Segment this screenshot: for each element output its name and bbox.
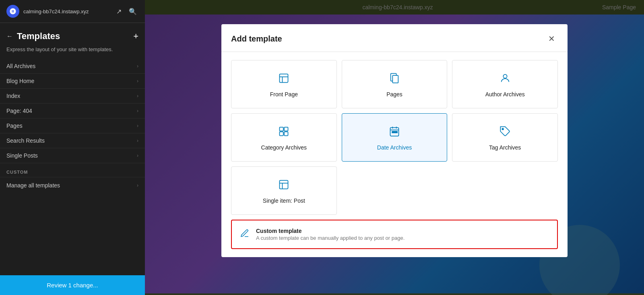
custom-template-title: Custom template: [256, 228, 405, 234]
nav-label-search-results: Search Results: [6, 137, 45, 144]
modal-overlay: Add template ✕ Front Page: [145, 0, 644, 295]
sidebar-item-index[interactable]: Index ›: [0, 89, 145, 104]
single-post-label: Single item: Post: [263, 197, 305, 204]
svg-rect-0: [280, 74, 288, 83]
chevron-right-icon: ›: [137, 153, 138, 158]
svg-point-17: [502, 128, 504, 130]
category-archives-label: Category Archives: [261, 144, 307, 151]
add-template-button[interactable]: +: [133, 31, 138, 42]
modal-header: Add template ✕: [221, 24, 568, 52]
template-card-category-archives[interactable]: Category Archives: [231, 113, 337, 162]
date-archives-icon: [389, 126, 400, 139]
svg-point-5: [503, 75, 507, 78]
template-card-pages[interactable]: Pages: [342, 60, 448, 108]
author-archives-label: Author Archives: [485, 91, 525, 98]
template-card-date-archives[interactable]: Date Archives: [342, 113, 448, 162]
chevron-right-icon: ›: [137, 63, 138, 69]
nav-label-index: Index: [6, 93, 20, 99]
site-url: calming-bb7c24.instawp.xyz: [23, 8, 111, 15]
custom-template-description: A custom template can be manually applie…: [256, 235, 405, 241]
template-card-front-page[interactable]: Front Page: [231, 60, 337, 108]
chevron-right-icon: ›: [137, 93, 138, 99]
custom-template-icon: [240, 229, 250, 240]
modal-title: Add template: [231, 34, 282, 44]
nav-label-single-posts: Single Posts: [6, 152, 38, 159]
back-button[interactable]: ←: [6, 33, 13, 40]
sidebar-footer: Review 1 change...: [0, 275, 145, 295]
template-card-author-archives[interactable]: Author Archives: [452, 60, 558, 108]
svg-rect-16: [396, 131, 397, 133]
single-post-icon: [278, 179, 289, 193]
sidebar-item-page-404[interactable]: Page: 404 ›: [0, 104, 145, 118]
custom-card-content: Custom template A custom template can be…: [256, 228, 405, 241]
sidebar-item-pages[interactable]: Pages ›: [0, 118, 145, 133]
sidebar: calming-bb7c24.instawp.xyz ↗ 🔍 ← Templat…: [0, 0, 145, 295]
svg-rect-8: [280, 132, 283, 135]
sidebar-description: Express the layout of your site with tem…: [0, 45, 145, 59]
external-link-icon[interactable]: ↗: [115, 6, 123, 17]
svg-rect-15: [394, 131, 396, 133]
header-icons: ↗ 🔍: [115, 6, 138, 17]
template-card-single-post[interactable]: Single item: Post: [231, 166, 337, 215]
svg-rect-7: [284, 127, 288, 131]
sidebar-item-search-results[interactable]: Search Results ›: [0, 133, 145, 148]
sidebar-nav: All Archives › Blog Home › Index › Page:…: [0, 59, 145, 275]
template-grid-row1: Front Page Pages Author Archives: [231, 60, 558, 108]
nav-label-page-404: Page: 404: [6, 108, 32, 114]
svg-rect-4: [392, 75, 398, 83]
review-changes-button[interactable]: Review 1 change...: [0, 275, 145, 295]
svg-rect-14: [392, 131, 394, 133]
svg-rect-6: [280, 127, 283, 131]
sidebar-item-all-archives[interactable]: All Archives ›: [0, 59, 145, 74]
templates-heading: Templates: [17, 31, 60, 42]
search-icon[interactable]: 🔍: [127, 6, 138, 17]
nav-label-blog-home: Blog Home: [6, 78, 34, 84]
chevron-right-icon: ›: [137, 108, 138, 114]
front-page-label: Front Page: [270, 91, 298, 98]
tag-archives-label: Tag Archives: [489, 144, 521, 151]
add-template-modal: Add template ✕ Front Page: [221, 24, 568, 257]
tag-archives-icon: [500, 126, 511, 139]
sidebar-header: calming-bb7c24.instawp.xyz ↗ 🔍: [0, 0, 145, 23]
modal-body: Front Page Pages Author Archives: [221, 52, 568, 257]
sidebar-item-blog-home[interactable]: Blog Home ›: [0, 74, 145, 89]
front-page-icon: [278, 73, 289, 86]
pages-label: Pages: [386, 91, 402, 98]
custom-template-card[interactable]: Custom template A custom template can be…: [231, 220, 558, 249]
date-archives-label: Date Archives: [377, 144, 412, 151]
pages-icon: [389, 73, 400, 86]
chevron-right-icon: ›: [137, 183, 138, 188]
nav-label-all-archives: All Archives: [6, 63, 35, 69]
chevron-right-icon: ›: [137, 123, 138, 129]
svg-rect-18: [280, 181, 288, 189]
wp-logo: [6, 5, 19, 18]
sidebar-item-manage-templates[interactable]: Manage all templates ›: [0, 177, 145, 193]
template-grid-row2: Category Archives Date Archives Tag Arch…: [231, 113, 558, 162]
custom-section-label: CUSTOM: [0, 163, 145, 177]
category-archives-icon: [278, 126, 289, 139]
chevron-right-icon: ›: [137, 138, 138, 143]
chevron-right-icon: ›: [137, 78, 138, 84]
modal-close-button[interactable]: ✕: [545, 32, 558, 45]
nav-label-manage: Manage all templates: [6, 182, 60, 189]
nav-label-pages: Pages: [6, 123, 23, 129]
templates-header: ← Templates +: [0, 23, 145, 45]
template-card-tag-archives[interactable]: Tag Archives: [452, 113, 558, 162]
sidebar-item-single-posts[interactable]: Single Posts ›: [0, 148, 145, 163]
svg-rect-9: [284, 132, 288, 135]
author-archives-icon: [500, 73, 511, 86]
custom-template-section: Custom template A custom template can be…: [231, 220, 558, 249]
templates-title-group: ← Templates: [6, 31, 60, 42]
main-area: calming-bb7c24.instawp.xyz Sample Page A…: [145, 0, 644, 295]
template-grid-row3: Single item: Post: [231, 166, 558, 215]
